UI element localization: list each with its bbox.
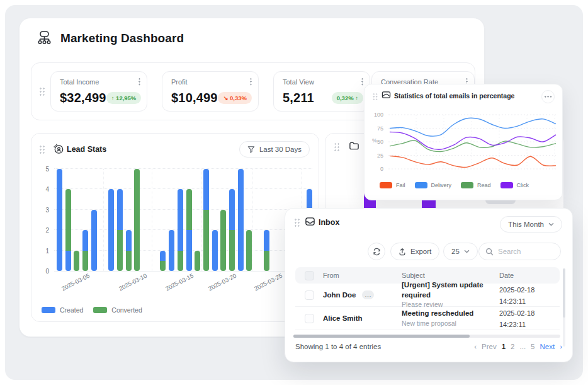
stat-title: Total Income — [60, 78, 99, 86]
inbox-toolbar: Export 25 — [285, 243, 572, 260]
kebab-menu-icon[interactable] — [250, 78, 252, 86]
drag-handle[interactable] — [334, 142, 340, 152]
bar-segment-converted — [178, 251, 183, 271]
bar-segment-created — [126, 230, 132, 250]
bar-segment-converted — [65, 189, 71, 250]
prev-chevron-icon[interactable]: ‹ — [474, 343, 477, 350]
kebab-menu-icon[interactable] — [139, 78, 140, 86]
export-button[interactable]: Export — [390, 243, 439, 260]
legend-item: Created — [42, 306, 83, 314]
next-chevron-icon[interactable]: › — [560, 343, 562, 350]
lead-bar — [169, 230, 174, 271]
lead-stats-title: Lead Stats — [67, 145, 106, 154]
legend-item: Click — [500, 182, 529, 188]
y-axis-tick: 5 — [35, 166, 49, 173]
stat-value: 5,211 — [283, 91, 314, 105]
refresh-button[interactable] — [368, 243, 385, 260]
email-stats-title: Statistics of total emails in percentage — [394, 92, 514, 100]
lead-bar — [126, 230, 132, 271]
select-all-checkbox[interactable] — [305, 271, 314, 280]
page-button-1[interactable]: 1 — [502, 343, 506, 350]
row-actions-button[interactable]: ... — [362, 290, 374, 299]
pagination: ‹ Prev 12...5 Next › — [474, 343, 562, 350]
bar-segment-converted — [74, 251, 79, 271]
line-series-delivery — [390, 118, 556, 136]
bar-segment-created — [186, 230, 192, 271]
search-icon — [485, 248, 494, 256]
gridline — [252, 169, 253, 271]
gridline — [152, 169, 152, 271]
y-axis-tick: 2 — [35, 227, 49, 234]
stat-title: Profit — [171, 78, 188, 86]
page-button-5[interactable]: 5 — [531, 343, 534, 350]
lead-bar — [91, 210, 97, 271]
upload-icon — [399, 248, 406, 256]
export-label: Export — [410, 248, 431, 255]
drag-handle[interactable] — [39, 145, 45, 154]
vertical-scrollbar-thumb[interactable] — [563, 268, 565, 318]
next-page-button[interactable]: Next — [540, 343, 555, 350]
ellipsis-icon — [544, 96, 552, 98]
drag-handle[interactable] — [373, 93, 378, 101]
page-size-select[interactable]: 25 — [443, 243, 478, 260]
lead-bar — [264, 230, 269, 271]
bar-segment-converted — [229, 230, 235, 271]
lead-bar — [117, 189, 123, 271]
stat-title: Total View — [283, 78, 314, 86]
inbox-footer: Showing 1 to 4 of 4 entries ‹ Prev 12...… — [295, 343, 562, 350]
bar-segment-converted — [134, 169, 140, 271]
lead-bar — [134, 169, 140, 271]
bar-segment-converted — [203, 210, 209, 271]
row-checkbox[interactable] — [305, 290, 314, 300]
drag-handle[interactable] — [294, 218, 300, 227]
bar-segment-converted — [220, 210, 226, 271]
stat-card-total-income: Total Income $32,499↑ 12,95% — [50, 71, 147, 112]
date-range-filter-button[interactable]: Last 30 Days — [239, 141, 310, 158]
bar-segment-created — [264, 230, 269, 250]
horizontal-scrollbar-thumb[interactable] — [293, 335, 470, 338]
email-date: 2025-02-18 14:23:11 — [499, 309, 534, 328]
app-header: Marketing Dashboard — [36, 30, 184, 47]
email-lines-chart — [387, 111, 558, 174]
period-select-button[interactable]: This Month — [500, 216, 562, 233]
bar-segment-converted — [246, 230, 252, 271]
bar-segment-created — [229, 189, 235, 230]
dashboard-page: Marketing Dashboard Total Income $32,499… — [0, 0, 588, 385]
table-vertical-scrollbar[interactable] — [563, 268, 565, 347]
table-horizontal-scrollbar[interactable] — [293, 335, 560, 338]
bar-segment-created — [65, 251, 71, 271]
lead-bar — [108, 189, 114, 271]
kebab-menu-icon[interactable] — [361, 78, 363, 86]
row-checkbox[interactable] — [305, 314, 314, 323]
lead-bar — [57, 169, 62, 271]
legend-label: Converted — [111, 306, 142, 314]
trend-badge: ↑ 12,95% — [106, 92, 142, 104]
y-axis-tick: 4 — [35, 186, 49, 193]
legend-label: Delivery — [431, 182, 452, 188]
x-axis-label: 2025-03-05 — [52, 267, 99, 296]
lead-bar — [220, 210, 226, 271]
inbox-card: Inbox This Month — [285, 208, 573, 362]
folder-icon — [349, 141, 359, 151]
lead-chart-legend: CreatedConverted — [42, 306, 142, 314]
legend-label: Read — [477, 182, 491, 188]
column-header-from: From — [323, 272, 402, 279]
lead-bar — [238, 169, 244, 271]
lead-bar — [212, 230, 218, 271]
table-row[interactable]: John Doe...[Urgent] System update requir… — [295, 284, 560, 307]
lead-bar — [160, 251, 166, 271]
drag-handle[interactable] — [39, 87, 45, 96]
more-options-button[interactable] — [541, 90, 555, 103]
lead-stats-card: Lead Stats Last 30 Days 0123452025-03-05… — [31, 133, 319, 322]
table-row[interactable]: Alice SmithMeeting rescheduledNew time p… — [295, 307, 560, 330]
search-input[interactable] — [498, 248, 555, 255]
envelope-icon — [382, 90, 391, 100]
email-preview: New time proposal — [402, 319, 499, 328]
page-button-2[interactable]: 2 — [511, 343, 514, 350]
lead-bar — [186, 189, 192, 271]
bar-segment-created — [169, 230, 174, 271]
bar-segment-converted — [82, 251, 88, 271]
funnel-icon — [247, 146, 255, 153]
prev-page-button[interactable]: Prev — [482, 343, 497, 350]
bar-segment-converted — [186, 189, 192, 230]
